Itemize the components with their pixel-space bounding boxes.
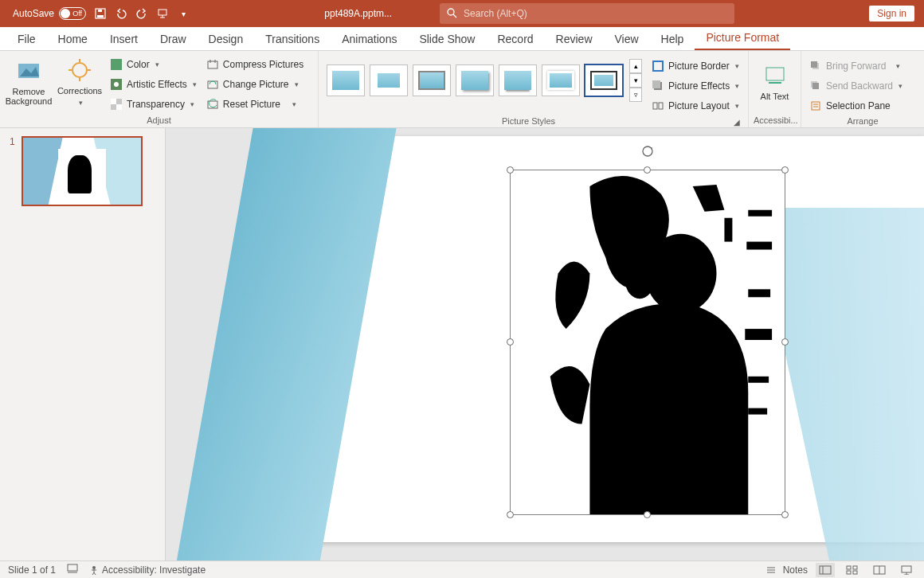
present-icon[interactable] xyxy=(156,7,169,20)
gallery-up-button[interactable]: ▴ xyxy=(629,59,642,73)
rotate-handle[interactable] xyxy=(641,145,654,158)
redo-icon[interactable] xyxy=(135,7,148,20)
save-icon[interactable] xyxy=(94,7,107,20)
slideshow-view-button[interactable] xyxy=(897,563,916,577)
svg-rect-19 xyxy=(208,81,217,88)
picture-effects-button[interactable]: Picture Effects▾ xyxy=(648,77,742,95)
sorter-view-button[interactable] xyxy=(843,563,862,577)
svg-rect-18 xyxy=(208,61,217,68)
style-thumb-4[interactable] xyxy=(456,64,494,96)
corrections-button[interactable]: Corrections ▾ xyxy=(56,54,104,110)
qat-more-icon[interactable]: ▾ xyxy=(177,7,190,20)
tab-help[interactable]: Help xyxy=(650,28,695,50)
style-thumb-7[interactable] xyxy=(585,64,623,96)
svg-rect-3 xyxy=(159,10,166,15)
color-button[interactable]: Color▾ xyxy=(107,56,200,73)
chevron-down-icon: ▾ xyxy=(295,80,299,88)
gallery-down-button[interactable]: ▾ xyxy=(629,73,642,88)
style-thumb-6[interactable] xyxy=(542,64,580,96)
reset-label: Reset Picture xyxy=(223,99,280,110)
tab-view[interactable]: View xyxy=(604,28,650,50)
reset-picture-button[interactable]: Reset Picture▾ xyxy=(203,96,307,113)
transparency-label: Transparency xyxy=(127,99,185,110)
border-label: Picture Border xyxy=(668,61,730,72)
transparency-button[interactable]: Transparency▾ xyxy=(107,96,200,113)
slide-thumbnail[interactable] xyxy=(22,136,143,206)
slide[interactable] xyxy=(255,136,924,542)
style-thumb-1[interactable] xyxy=(327,64,365,96)
normal-view-button[interactable] xyxy=(816,563,835,577)
tab-home[interactable]: Home xyxy=(47,28,99,50)
resize-handle-tr[interactable] xyxy=(781,166,789,174)
resize-handle-bm[interactable] xyxy=(644,511,651,518)
resize-handle-br[interactable] xyxy=(781,511,789,518)
artistic-effects-button[interactable]: Artistic Effects▾ xyxy=(107,76,200,93)
title-left: AutoSave Off ▾ xyxy=(0,7,190,20)
svg-rect-52 xyxy=(820,566,831,574)
resize-handle-bl[interactable] xyxy=(507,511,514,518)
gallery-scroll: ▴ ▾ ▿ xyxy=(629,59,642,102)
reading-view-button[interactable] xyxy=(870,563,889,577)
tab-transitions[interactable]: Transitions xyxy=(254,28,331,50)
send-backward-button[interactable]: Send Backward▾ xyxy=(806,77,906,95)
tab-design[interactable]: Design xyxy=(198,28,255,50)
tab-picture-format[interactable]: Picture Format xyxy=(695,26,790,50)
compress-icon xyxy=(206,58,219,71)
tab-draw[interactable]: Draw xyxy=(149,28,198,50)
tab-animations[interactable]: Animations xyxy=(331,28,408,50)
remove-background-button[interactable]: Remove Background xyxy=(5,54,53,110)
slide-thumb-1[interactable]: 1 xyxy=(10,136,155,206)
effects-icon xyxy=(652,80,664,92)
chevron-down-icon: ▾ xyxy=(292,100,296,108)
undo-icon[interactable] xyxy=(115,7,127,20)
toggle-state: Off xyxy=(72,10,82,18)
resize-handle-ml[interactable] xyxy=(507,338,514,346)
tab-record[interactable]: Record xyxy=(486,28,544,50)
resize-handle-tl[interactable] xyxy=(507,166,514,174)
corrections-label: Corrections xyxy=(57,86,102,96)
compress-pictures-button[interactable]: Compress Pictures xyxy=(203,56,307,73)
style-thumb-2[interactable] xyxy=(370,64,408,96)
style-thumb-5[interactable] xyxy=(499,64,537,96)
bring-forward-button[interactable]: Bring Forward▾ xyxy=(806,57,906,75)
svg-rect-23 xyxy=(652,80,660,88)
accessibility-status[interactable]: Accessibility: Investigate xyxy=(89,564,206,576)
resize-handle-tm[interactable] xyxy=(644,166,651,174)
resize-handle-mr[interactable] xyxy=(781,338,789,346)
svg-rect-2 xyxy=(98,10,102,12)
layout-icon xyxy=(652,100,664,112)
thumbnail-pane[interactable]: 1 xyxy=(0,128,166,560)
group-picture-styles: ▴ ▾ ▿ Picture Border▾ Picture Effects▾ P… xyxy=(319,51,749,127)
picture-border-button[interactable]: Picture Border▾ xyxy=(648,57,742,75)
group-accessibility: Alt Text Accessibi... xyxy=(749,51,801,127)
svg-rect-12 xyxy=(111,59,122,70)
effects-label: Picture Effects xyxy=(668,80,730,92)
svg-point-48 xyxy=(92,566,96,569)
remove-bg-label: Remove Background xyxy=(5,87,53,106)
selection-pane-button[interactable]: Selection Pane xyxy=(806,97,906,115)
search-box[interactable] xyxy=(440,3,734,24)
search-input[interactable] xyxy=(464,8,728,19)
gallery-more-button[interactable]: ▿ xyxy=(629,88,642,102)
tab-insert[interactable]: Insert xyxy=(99,28,149,50)
tab-review[interactable]: Review xyxy=(545,28,604,50)
svg-point-38 xyxy=(625,264,654,299)
alt-text-button[interactable]: Alt Text xyxy=(754,54,796,110)
canvas-area[interactable] xyxy=(166,128,924,560)
svg-rect-41 xyxy=(748,289,770,297)
autosave-toggle[interactable]: AutoSave Off xyxy=(13,7,86,20)
color-icon xyxy=(110,58,123,71)
style-thumb-3[interactable] xyxy=(413,64,451,96)
change-picture-button[interactable]: Change Picture▾ xyxy=(203,76,307,93)
svg-rect-25 xyxy=(659,103,663,109)
svg-rect-21 xyxy=(653,61,663,71)
toggle-switch[interactable]: Off xyxy=(59,7,86,20)
notes-button[interactable]: Notes xyxy=(767,564,808,576)
signin-button[interactable]: Sign in xyxy=(869,6,914,21)
selected-picture[interactable] xyxy=(510,170,785,515)
tab-slideshow[interactable]: Slide Show xyxy=(408,28,486,50)
tab-file[interactable]: File xyxy=(6,28,47,50)
notes-view-icon[interactable] xyxy=(67,564,78,576)
styles-dialog-launcher[interactable]: ◢ xyxy=(734,118,743,128)
picture-layout-button[interactable]: Picture Layout▾ xyxy=(648,97,742,115)
